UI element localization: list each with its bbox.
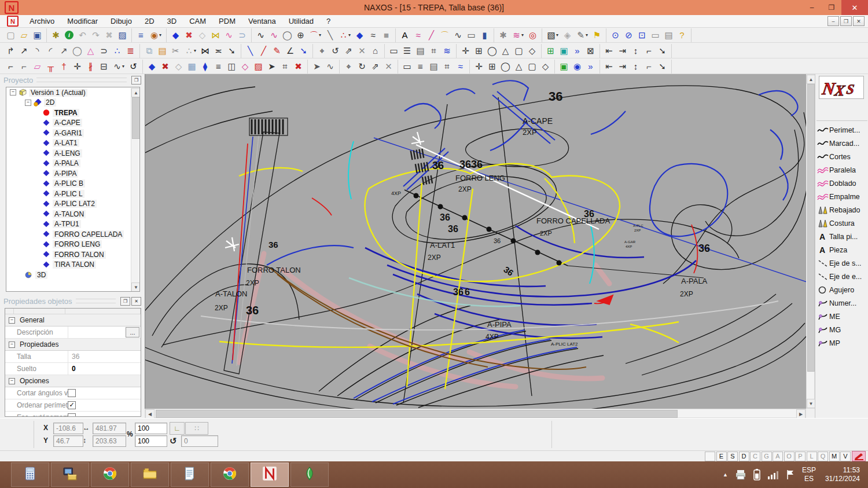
toolbar-button-icon[interactable]: ➤ [265,60,278,73]
toolbar-button-icon[interactable]: ➘ [225,45,238,57]
panel-drag-handle[interactable] [76,299,116,303]
toolbar-button-icon[interactable]: ▮ [478,29,491,42]
section-general[interactable]: −General [5,314,141,326]
active-tool-icon[interactable] [852,451,866,461]
toolbar-button-icon[interactable]: ⌐ [642,60,656,73]
canvas-vertical-scrollbar[interactable]: ▲ ▼ [806,74,815,409]
toolbar-button-icon[interactable]: ↶ [76,29,89,42]
toolbar-button-icon[interactable]: ∿ [254,29,267,42]
descripcion-input[interactable] [68,326,126,338]
toolbar-button-icon[interactable]: ⌗ [440,60,454,73]
talla-value[interactable]: 36 [68,351,141,362]
tree-item-a-tpu1[interactable]: A-TPU1 [6,219,139,230]
toolbar-button-icon[interactable]: ⊃ [97,45,111,57]
toolbar-button-icon[interactable]: ⇤ [602,60,616,73]
taskbar-button-libraries[interactable] [51,463,89,487]
menu-modificar[interactable]: Modificar [61,16,104,27]
ordenar-perimetro-checkbox[interactable]: ✓ [68,401,76,409]
toolbar-button-icon[interactable]: ⧫ [198,60,212,73]
toolbar-button-icon[interactable]: ▭ [465,29,478,42]
clock[interactable]: 11:5331/12/2024 [825,466,860,483]
toolbar-button-icon[interactable]: ➘ [656,45,669,57]
minimize-button[interactable]: – [802,0,822,15]
close-button[interactable]: ✕ [841,0,868,15]
toolbar-button-icon[interactable]: ↺ [329,45,342,57]
toolbar-button-icon[interactable]: ◇ [238,60,252,73]
toolbar-button-icon[interactable]: ◜ [44,45,57,57]
toolbar-button-icon[interactable]: ↱ [4,45,17,57]
toolbar-button-icon[interactable]: ↻ [355,60,369,73]
corner-mode-button[interactable]: ∟ [170,422,185,435]
tool-cortes[interactable]: Cortes [816,150,867,163]
toolbar-button-icon[interactable]: A [398,29,411,42]
tree-collapse-icon[interactable]: − [10,89,16,96]
canvas-horizontal-scrollbar[interactable]: ◀ ▶ [145,409,806,418]
toolbar-button-icon[interactable]: ⌐ [4,60,17,73]
toolbar-button-icon[interactable]: ◇ [172,60,185,73]
toolbar-button-icon[interactable]: ╲ [323,29,337,42]
toolbar-button-icon[interactable]: ◇ [196,29,209,42]
tree-item-a-cape[interactable]: A-CAPE [6,118,139,129]
tree-item-a-plic-lat2[interactable]: A-PLIC LAT2 [6,199,139,210]
dropdown-arrow-icon[interactable]: ▾ [586,32,590,38]
toolbar-button-icon[interactable]: ⋈ [209,29,222,42]
toolbar-button-icon[interactable]: ◯ [499,60,512,73]
toolbar-button-icon[interactable]: ≋ [440,45,454,57]
dropdown-arrow-icon[interactable]: ▾ [556,32,561,38]
toolbar-button-icon[interactable]: ⇗ [369,60,382,73]
toolbar-button-icon[interactable]: ◫ [225,60,238,73]
toolbar-button-icon[interactable]: ↗ [17,45,31,57]
mdi-restore-button[interactable]: ❐ [840,16,852,26]
toolbar-button-icon[interactable]: ⊞ [544,45,557,57]
toolbar-button-icon[interactable]: ⇗ [342,45,355,57]
tree-item-a-leng[interactable]: A-LENG [6,148,139,159]
toolbar-button-icon[interactable]: ∿ [451,29,465,42]
toolbar-button-icon[interactable]: ⌒ [438,29,451,42]
drawing-canvas[interactable]: 36A-CAPE2XP363636FORRO LENG2XP4XP3636FOR… [145,74,806,409]
tool-talla-pi-[interactable]: ATalla pi... [816,230,867,243]
toolbar-button-icon[interactable]: ▢ [525,60,539,73]
toolbar-button-icon[interactable]: ⇥ [616,45,629,57]
tree-item-forro-leng[interactable]: FORRO LENG [6,240,139,250]
tool-perimet-[interactable]: Perimet... [816,123,867,137]
toolbar-button-icon[interactable]: ■ [380,29,393,42]
hidden-icons-chevron[interactable]: ▲ [723,472,728,478]
toolbar-button-icon[interactable]: △ [84,45,97,57]
layer-letter-s[interactable]: S [727,452,738,461]
tree-item-a-lat1[interactable]: A-LAT1 [6,138,139,149]
menu-utilidad[interactable]: Utilidad [282,16,320,27]
toolbar-button-icon[interactable]: △ [512,60,525,73]
toolbar-button-icon[interactable]: ⊞ [472,45,486,57]
toolbar-button-icon[interactable]: ⌂ [369,45,382,57]
toolbar-button-icon[interactable]: ⧉ [142,45,156,57]
tree-item-a-plic-b[interactable]: A-PLIC B [6,179,139,189]
toolbar-button-icon[interactable]: ∴ [111,45,124,57]
layer-letter-c[interactable]: C [750,452,760,461]
toolbar-button-icon[interactable]: ◆ [353,29,366,42]
tree-item-a-plic-l[interactable]: A-PLIC L [6,189,139,199]
toolbar-button-icon[interactable]: ✛ [71,60,84,73]
toolbar-button-icon[interactable]: ✛ [472,60,486,73]
tool-me[interactable]: ME [816,310,867,323]
menu-ventana[interactable]: Ventana [242,16,282,27]
toolbar-button-icon[interactable]: ⌗ [427,45,440,57]
tree-item-2d[interactable]: −2D [6,98,139,108]
toolbar-button-icon[interactable]: ▤ [156,45,169,57]
toolbar-button-icon[interactable]: ▣ [557,60,571,73]
dropdown-arrow-icon[interactable]: ▾ [122,64,127,69]
toolbar-button-icon[interactable]: ▨ [116,29,129,42]
y-coordinate-field[interactable]: 46.7 [53,435,83,447]
menu-pdm[interactable]: PDM [212,16,242,27]
tree-scroll-up-icon[interactable]: ▲ [131,88,140,97]
toolbar-button-icon[interactable]: ◉ [571,60,584,73]
network-signal-icon[interactable] [767,470,779,479]
tree-item-forro-capellada[interactable]: FORRO CAPELLADA [6,229,139,240]
toolbar-button-icon[interactable]: ↗ [57,45,71,57]
panel-drag-handle[interactable] [36,78,127,82]
taskbar-button-corel[interactable] [290,463,329,487]
tool-empalme[interactable]: Empalme [816,190,867,203]
tree-item-versi-n-1-actual-[interactable]: −Versión 1 (Actual) [6,87,139,98]
toolbar-button-icon[interactable]: ✎ [270,45,284,57]
toolbar-button-icon[interactable]: ▦ [185,60,198,73]
toolbar-button-icon[interactable]: ≈ [454,60,467,73]
